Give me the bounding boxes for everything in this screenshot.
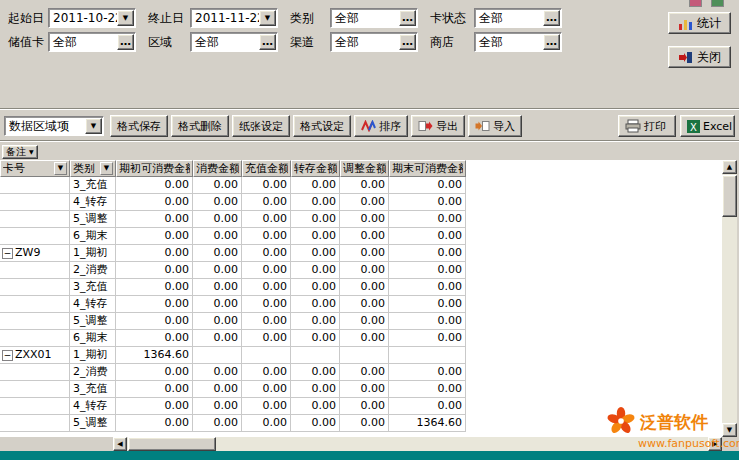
amount-cell[interactable] [340,347,389,364]
column-header[interactable]: 类别▼ [70,160,116,177]
amount-cell[interactable]: 0.00 [291,177,340,194]
amount-cell[interactable]: 0.00 [340,313,389,330]
remark-button[interactable]: 备注 ▼ [2,145,38,159]
start-date-combobox[interactable]: 2011-10-22 ▼ [48,8,136,28]
ellipsis-button[interactable]: … [543,34,560,50]
column-header[interactable]: 卡号▼ [0,160,70,177]
import-button[interactable]: 导入 [468,115,522,137]
amount-cell[interactable]: 0.00 [116,262,193,279]
amount-cell[interactable]: 0.00 [242,279,291,296]
ellipsis-button[interactable]: … [259,34,276,50]
amount-cell[interactable]: 0.00 [340,279,389,296]
card-number-cell[interactable] [0,296,70,313]
amount-cell[interactable]: 0.00 [340,177,389,194]
amount-cell[interactable]: 0.00 [242,415,291,432]
amount-cell[interactable]: 0.00 [193,364,242,381]
category-cell[interactable]: 4_转存 [70,296,116,313]
amount-cell[interactable]: 0.00 [116,398,193,415]
format-delete-button[interactable]: 格式删除 [171,115,229,137]
amount-cell[interactable]: 0.00 [389,228,466,245]
column-header[interactable]: 消费金额 [193,160,242,177]
collapse-icon[interactable]: − [2,350,13,361]
amount-cell[interactable]: 1364.60 [116,347,193,364]
category-cell[interactable]: 4_转存 [70,398,116,415]
chevron-down-icon[interactable]: ▼ [259,10,276,26]
column-filter-button[interactable]: ▼ [100,162,113,175]
category-cell[interactable]: 2_消费 [70,262,116,279]
amount-cell[interactable]: 0.00 [340,228,389,245]
amount-cell[interactable]: 0.00 [389,245,466,262]
category-cell[interactable]: 4_转存 [70,194,116,211]
ellipsis-button[interactable]: … [543,10,560,26]
amount-cell[interactable]: 0.00 [193,245,242,262]
amount-cell[interactable] [291,347,340,364]
amount-cell[interactable]: 0.00 [193,330,242,347]
category-cell[interactable]: 5_调整 [70,211,116,228]
card-number-cell[interactable] [0,177,70,194]
category-cell[interactable]: 6_期末 [70,228,116,245]
amount-cell[interactable]: 0.00 [291,296,340,313]
channel-field[interactable]: 全部 … [330,32,418,52]
amount-cell[interactable]: 0.00 [291,211,340,228]
amount-cell[interactable]: 0.00 [193,177,242,194]
amount-cell[interactable]: 0.00 [193,415,242,432]
amount-cell[interactable]: 0.00 [291,364,340,381]
amount-cell[interactable] [193,347,242,364]
category-cell[interactable]: 1_期初 [70,245,116,262]
ellipsis-button[interactable]: … [399,10,416,26]
statistics-button[interactable]: 统计 [668,12,731,34]
amount-cell[interactable] [242,347,291,364]
chevron-down-icon[interactable]: ▼ [117,10,134,26]
card-number-cell[interactable] [0,262,70,279]
amount-cell[interactable]: 0.00 [242,177,291,194]
amount-cell[interactable]: 0.00 [389,194,466,211]
amount-cell[interactable]: 0.00 [291,313,340,330]
card-number-cell[interactable] [0,398,70,415]
stored-card-field[interactable]: 全部 … [48,32,136,52]
category-cell[interactable]: 5_调整 [70,415,116,432]
amount-cell[interactable]: 0.00 [291,415,340,432]
amount-cell[interactable]: 0.00 [291,398,340,415]
column-header[interactable]: 期初可消费金额 [116,160,193,177]
card-number-cell[interactable]: −ZW9 [0,245,70,262]
amount-cell[interactable]: 0.00 [193,194,242,211]
amount-cell[interactable]: 0.00 [242,211,291,228]
amount-cell[interactable]: 0.00 [340,262,389,279]
category-cell[interactable]: 5_调整 [70,313,116,330]
card-number-cell[interactable] [0,228,70,245]
chevron-down-icon[interactable]: ▼ [85,118,102,134]
column-filter-button[interactable]: ▼ [54,162,67,175]
shop-field[interactable]: 全部 … [474,32,562,52]
amount-cell[interactable]: 0.00 [116,381,193,398]
category-cell[interactable]: 3_充值 [70,279,116,296]
amount-cell[interactable] [389,347,466,364]
amount-cell[interactable]: 0.00 [116,296,193,313]
amount-cell[interactable]: 0.00 [193,228,242,245]
card-number-cell[interactable] [0,211,70,228]
amount-cell[interactable]: 0.00 [242,194,291,211]
ellipsis-button[interactable]: … [117,34,134,50]
export-button[interactable]: 导出 [411,115,465,137]
amount-cell[interactable]: 0.00 [389,381,466,398]
amount-cell[interactable]: 0.00 [340,398,389,415]
column-header[interactable]: 调整金额 [340,160,389,177]
format-setup-button[interactable]: 格式设定 [293,115,351,137]
column-header[interactable]: 期末可消费金额 [389,160,466,177]
card-number-cell[interactable] [0,194,70,211]
amount-cell[interactable]: 0.00 [116,194,193,211]
amount-cell[interactable]: 0.00 [340,245,389,262]
amount-cell[interactable]: 0.00 [116,330,193,347]
amount-cell[interactable]: 0.00 [389,177,466,194]
amount-cell[interactable]: 0.00 [116,313,193,330]
category-cell[interactable]: 2_消费 [70,364,116,381]
amount-cell[interactable]: 0.00 [116,415,193,432]
amount-cell[interactable]: 0.00 [116,177,193,194]
amount-cell[interactable]: 0.00 [389,330,466,347]
card-number-cell[interactable]: −ZXX01 [0,347,70,364]
vertical-scrollbar-thumb[interactable] [722,175,737,217]
horizontal-scrollbar-thumb[interactable] [128,437,216,451]
collapse-icon[interactable]: − [2,248,13,259]
amount-cell[interactable]: 0.00 [242,330,291,347]
category-cell[interactable]: 3_充值 [70,177,116,194]
amount-cell[interactable]: 0.00 [389,398,466,415]
